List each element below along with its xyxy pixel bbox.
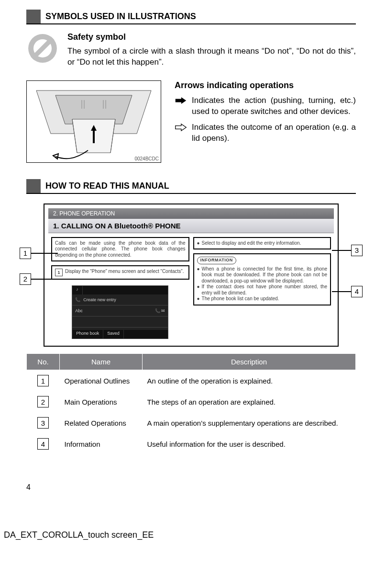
row-num: 4 (37, 438, 49, 450)
example-title: 1. CALLING ON A Bluetooth® PHONE (48, 219, 334, 233)
row-num: 1 (37, 375, 49, 386)
col-no: No. (27, 354, 60, 370)
bullet-text: The phone book list can be updated. (202, 296, 279, 302)
arrow-item-2-text: Indicates the outcome of an operation (e… (192, 122, 356, 144)
illustration-code: 0024BCDC (134, 156, 159, 161)
safety-symbol-block: Safety symbol The symbol of a circle wit… (26, 32, 356, 68)
table-row: 1 Operational Outlines An outline of the… (27, 370, 356, 392)
section-title: HOW TO READ THIS MANUAL (41, 179, 356, 193)
arrow-item-1-text: Indicates the action (pushing, turning, … (192, 95, 356, 117)
callout-3: 3 (332, 245, 363, 256)
bullet-text: If the contact does not have phone numbe… (202, 284, 327, 296)
example-touchscreen: ♪ 📞Create new entry Abc📞 ✉ Phone book Sa… (72, 285, 168, 339)
arrows-block: 0024BCDC Arrows indicating operations In… (26, 80, 356, 163)
col-name: Name (60, 354, 143, 370)
section-header-square (26, 179, 41, 193)
section-header-symbols: SYMBOLS USED IN ILLUSTRATIONS (26, 10, 356, 24)
step-text: Display the “Phone” menu screen and sele… (65, 269, 184, 276)
row-name: Related Operations (60, 412, 143, 433)
example-step-box: 1 Display the “Phone” menu screen and se… (51, 265, 189, 280)
row-desc: An outline of the operation is explained… (143, 370, 356, 392)
outline-arrow-icon (175, 122, 188, 144)
callout-4: 4 (332, 286, 363, 297)
col-desc: Description (143, 354, 356, 370)
footer-code: DA_EXT_COROLLA_touch screen_EE (4, 530, 375, 540)
callout-2: 2 (20, 273, 58, 285)
screen-row: Create new entry (83, 297, 116, 302)
screen-btn: Saved (103, 330, 124, 339)
bullet-text: Select to display and edit the entry inf… (202, 240, 301, 247)
callout-number: 2 (20, 273, 31, 285)
section-title: SYMBOLS USED IN ILLUSTRATIONS (41, 10, 356, 23)
safety-body: The symbol of a circle with a slash thro… (67, 46, 356, 68)
row-desc: A main operation’s supplementary operati… (143, 412, 356, 433)
screen-btn: Phone book (72, 330, 103, 339)
example-information-box: INFORMATION ●When a phone is connected f… (193, 253, 331, 305)
arrows-heading: Arrows indicating operations (175, 80, 356, 90)
section-header-square (26, 10, 41, 23)
row-name: Operational Outlines (60, 370, 143, 392)
solid-arrow-icon (175, 95, 188, 117)
row-num: 3 (37, 417, 49, 429)
svg-marker-15 (176, 124, 187, 131)
information-label: INFORMATION (197, 257, 236, 264)
screen-tab: ♪ (72, 286, 83, 294)
table-row: 2 Main Operations The steps of an operat… (27, 391, 356, 412)
row-name: Main Operations (60, 391, 143, 412)
row-name: Information (60, 433, 143, 454)
callout-number: 1 (20, 248, 31, 259)
row-desc: Useful information for the user is descr… (143, 433, 356, 454)
callout-1: 1 (20, 248, 58, 259)
bullet-text: When a phone is connected for the first … (202, 266, 327, 284)
table-row: 4 Information Useful information for the… (27, 433, 356, 454)
svg-marker-14 (176, 97, 187, 104)
section-header-howto: HOW TO READ THIS MANUAL (26, 179, 356, 194)
example-page-figure: 2. PHONE OPERATION 1. CALLING ON A Bluet… (44, 204, 339, 347)
table-row: 3 Related Operations A main operation’s … (27, 412, 356, 433)
screen-row: Abc (75, 308, 83, 313)
callout-number: 4 (351, 286, 363, 297)
overhead-console-illustration: 0024BCDC (26, 80, 161, 163)
example-breadcrumb: 2. PHONE OPERATION (48, 208, 334, 219)
prohibit-icon (26, 32, 59, 68)
example-related-box: ●Select to display and edit the entry in… (193, 237, 331, 250)
example-outline-box: Calls can be made using the phone book d… (51, 237, 189, 262)
row-num: 2 (37, 396, 49, 407)
callout-number: 3 (351, 245, 363, 256)
page-number: 4 (26, 483, 356, 492)
row-desc: The steps of an operation are explained. (143, 391, 356, 412)
safety-heading: Safety symbol (67, 32, 356, 42)
legend-table: No. Name Description 1 Operational Outli… (26, 353, 356, 454)
